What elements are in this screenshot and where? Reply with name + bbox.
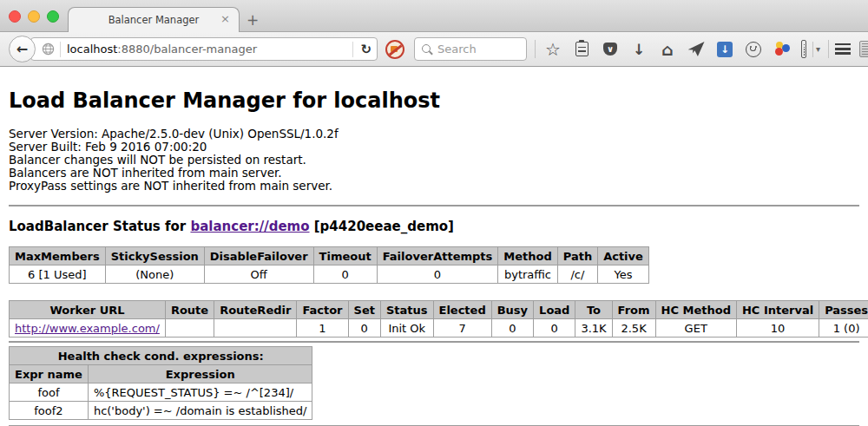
health-table-title: Health check cond. expressions: <box>10 347 312 365</box>
elected-value: 7 <box>433 319 491 338</box>
hc-method-value: GET <box>655 319 736 338</box>
send-tab-button[interactable] <box>687 40 706 59</box>
tab-title: Balancer Manager <box>108 14 200 26</box>
server-version-line: Server Version: Apache/2.5.0-dev (Unix) … <box>9 128 859 141</box>
column-header: Busy <box>491 301 533 319</box>
browser-tab[interactable]: Balancer Manager × <box>68 7 240 32</box>
column-header: HC Method <box>655 301 736 319</box>
new-tab-button[interactable]: + <box>247 13 259 28</box>
column-header: Method <box>498 247 557 265</box>
globe-icon[interactable] <box>42 43 55 56</box>
emoji-addon-button[interactable] <box>744 40 763 59</box>
minimize-window-button[interactable] <box>28 10 40 23</box>
bookmark-star-button[interactable]: ☆ <box>543 40 562 59</box>
color-dots-addon-button[interactable] <box>773 40 792 59</box>
from-value: 2.5K <box>612 319 655 338</box>
path-value: /c/ <box>557 265 597 284</box>
to-value: 3.1K <box>575 319 612 338</box>
url-text[interactable]: localhost:8880/balancer-manager <box>67 43 257 56</box>
column-header: Passes <box>819 301 868 319</box>
star-icon: ☆ <box>545 41 561 58</box>
worker-url-link[interactable]: http://www.example.com/ <box>15 322 160 335</box>
reading-list-button[interactable] <box>572 40 591 59</box>
toolbar-icon-row: ☆ ∨ ↓ ⌂ ↓ ▾ <box>543 40 820 59</box>
tab-close-icon[interactable]: × <box>220 13 230 25</box>
video-download-addon-button[interactable]: ↓ <box>715 40 734 59</box>
balancer-data-row: 6 [1 Used] (None) Off 0 0 bytraffic /c/ … <box>10 265 649 284</box>
traffic-lights <box>9 10 59 23</box>
column-header: DisableFailover <box>204 247 313 265</box>
search-icon <box>422 44 431 53</box>
url-bar[interactable]: localhost:8880/balancer-manager ↻ <box>30 37 378 61</box>
worker-url-cell: http://www.example.com/ <box>10 319 166 338</box>
expression-value: %{REQUEST_STATUS} =~ /^[234]/ <box>88 383 312 402</box>
search-input[interactable] <box>436 42 517 56</box>
column-header: Factor <box>297 301 348 319</box>
status-heading-suffix: [p4420eeae_demo] <box>310 219 454 234</box>
column-header: Expr name <box>10 365 89 383</box>
window-titlebar: Balancer Manager × + <box>0 0 868 31</box>
plugin-blocked-icon[interactable] <box>385 40 404 59</box>
column-header: To <box>575 301 612 319</box>
column-header: Active <box>598 247 649 265</box>
worker-data-row: http://www.example.com/ 1 0 Init Ok 7 0 … <box>10 319 868 338</box>
downloads-button[interactable]: ↓ <box>629 40 648 59</box>
close-window-button[interactable] <box>9 10 21 23</box>
menu-button[interactable] <box>833 40 852 59</box>
health-title-row: Health check cond. expressions: <box>10 347 312 365</box>
section-divider <box>9 341 859 343</box>
clipboard-icon <box>575 42 589 56</box>
column-header: MaxMembers <box>10 247 106 265</box>
disablefailover-value: Off <box>204 265 313 284</box>
section-divider <box>9 205 859 206</box>
column-header: Timeout <box>313 247 377 265</box>
column-header: Elected <box>433 301 491 319</box>
expr-name-value: foof2 <box>10 402 89 420</box>
hamburger-icon <box>835 43 851 55</box>
health-check-table: Health check cond. expressions: Expr nam… <box>9 346 312 420</box>
column-header: StickySession <box>105 247 204 265</box>
set-value: 0 <box>348 319 380 338</box>
urlbar-separator <box>60 42 61 57</box>
column-header: Status <box>380 301 433 319</box>
persist-warning-line: Balancer changes will NOT be persisted o… <box>9 154 859 167</box>
page-content: Load Balancer Manager for localhost Serv… <box>0 88 868 426</box>
server-built-line: Server Built: Feb 9 2016 07:00:20 <box>9 141 859 154</box>
worker-status-table: Worker URL Route RouteRedir Factor Set S… <box>9 300 868 338</box>
status-heading-prefix: LoadBalancer Status for <box>9 219 190 234</box>
home-button[interactable]: ⌂ <box>658 40 677 59</box>
balancer-header-row: MaxMembers StickySession DisableFailover… <box>10 247 649 265</box>
factor-value: 1 <box>297 319 348 338</box>
column-header: Expression <box>88 365 312 383</box>
chevron-down-icon[interactable]: ▾ <box>816 44 820 54</box>
tile-view-button[interactable] <box>858 40 868 59</box>
column-header: RouteRedir <box>214 301 297 319</box>
url-domain: localhost <box>67 43 117 56</box>
toolbar-divider <box>535 40 536 58</box>
passes-value: 1 (0) <box>819 319 868 338</box>
column-header: From <box>612 301 655 319</box>
navigation-toolbar: ← localhost:8880/balancer-manager ↻ ☆ ∨ … <box>0 31 868 67</box>
server-info: Server Version: Apache/2.5.0-dev (Unix) … <box>9 128 859 193</box>
worker-header-row: Worker URL Route RouteRedir Factor Set S… <box>10 301 868 319</box>
color-dots-icon <box>774 41 791 57</box>
sidebar-addon-button[interactable]: ▾ <box>801 40 820 59</box>
status-value: Init Ok <box>380 319 433 338</box>
method-value: bytraffic <box>498 265 557 284</box>
health-data-row: foof2 hc('body') =~ /domain is establish… <box>10 402 312 420</box>
back-button[interactable]: ← <box>9 36 36 62</box>
routeredir-value <box>214 319 297 338</box>
active-value: Yes <box>598 265 649 284</box>
pocket-button[interactable]: ∨ <box>601 40 620 59</box>
maxmembers-value: 6 [1 Used] <box>10 265 106 284</box>
blue-download-icon: ↓ <box>717 42 733 57</box>
search-box[interactable] <box>414 37 527 61</box>
column-header: FailoverAttempts <box>377 247 498 265</box>
route-value <box>165 319 214 338</box>
stickysession-value: (None) <box>105 265 204 284</box>
balancer-demo-link[interactable]: balancer://demo <box>190 219 309 234</box>
paper-plane-icon <box>688 42 705 56</box>
reload-button[interactable]: ↻ <box>352 42 372 57</box>
grid-page-icon <box>859 41 868 57</box>
zoom-window-button[interactable] <box>47 10 59 23</box>
